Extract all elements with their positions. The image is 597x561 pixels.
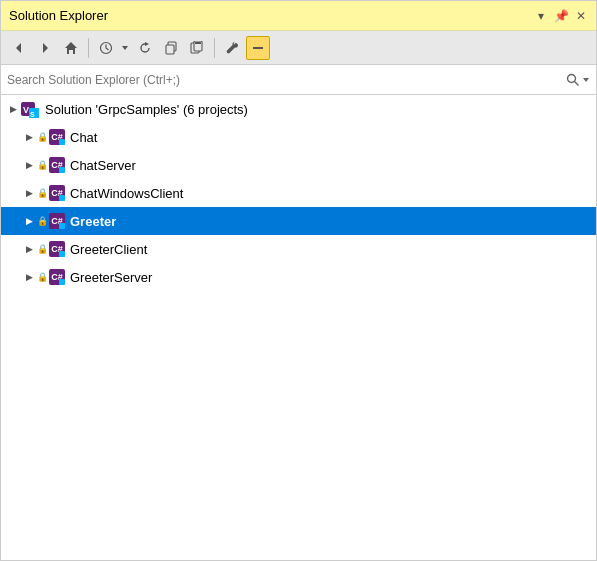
project-chatserver-label: ChatServer	[70, 158, 136, 173]
tree-area: ▶ V S Solution 'GrpcSamples' (6 projects…	[1, 95, 596, 560]
solution-explorer-window: Solution Explorer ▾ 📌 ✕	[0, 0, 597, 561]
csharp-icon: C#	[49, 241, 65, 257]
csharp-icon: C#	[49, 213, 65, 229]
lock-icon: 🔒	[37, 132, 48, 142]
properties-button[interactable]	[220, 36, 244, 60]
search-icon	[566, 73, 580, 87]
copy-button[interactable]	[159, 36, 183, 60]
title-bar-controls: ▾ 📌 ✕	[534, 9, 588, 23]
solution-label: Solution 'GrpcSamples' (6 projects)	[45, 102, 248, 117]
greeterserver-expander[interactable]: ▶	[21, 269, 37, 285]
collapse-icon	[251, 41, 265, 55]
greeterserver-project-icon: 🔒 C#	[37, 269, 65, 285]
tree-item-chatserver[interactable]: ▶ 🔒 C# ChatServer	[1, 151, 596, 179]
toolbar	[1, 31, 596, 65]
lock-icon: 🔒	[37, 188, 48, 198]
title-bar: Solution Explorer ▾ 📌 ✕	[1, 1, 596, 31]
project-chatwindowsclient-label: ChatWindowsClient	[70, 186, 183, 201]
pin-icon[interactable]: ▾	[534, 9, 548, 23]
solution-expander[interactable]: ▶	[5, 101, 21, 117]
tree-item-chat[interactable]: ▶ 🔒 C# Chat	[1, 123, 596, 151]
collapse-all-button[interactable]	[246, 36, 270, 60]
greeterclient-project-icon: 🔒 C#	[37, 241, 65, 257]
home-icon	[64, 41, 78, 55]
dropdown-arrow-icon	[121, 44, 129, 52]
svg-line-13	[575, 81, 579, 85]
svg-rect-7	[166, 45, 174, 54]
csharp-icon: C#	[49, 157, 65, 173]
chatserver-expander[interactable]: ▶	[21, 157, 37, 173]
tree-item-chatwindowsclient[interactable]: ▶ 🔒 C# ChatWindowsClient	[1, 179, 596, 207]
csharp-icon: C#	[49, 185, 65, 201]
copy-icon	[164, 41, 178, 55]
separator-1	[88, 38, 89, 58]
close-icon[interactable]: ✕	[574, 9, 588, 23]
project-greeterclient-label: GreeterClient	[70, 242, 147, 257]
search-button[interactable]	[566, 73, 590, 87]
forward-icon	[39, 42, 51, 54]
solution-icon: V S	[21, 99, 41, 119]
refresh-button[interactable]	[133, 36, 157, 60]
greeter-expander[interactable]: ▶	[21, 213, 37, 229]
tree-solution-root[interactable]: ▶ V S Solution 'GrpcSamples' (6 projects…	[1, 95, 596, 123]
search-input[interactable]	[7, 73, 566, 87]
paste-button[interactable]	[185, 36, 209, 60]
chatwindowsclient-expander[interactable]: ▶	[21, 185, 37, 201]
tree-item-greeterserver[interactable]: ▶ 🔒 C# GreeterServer	[1, 263, 596, 291]
svg-text:S: S	[30, 111, 35, 118]
svg-rect-11	[253, 47, 263, 49]
svg-marker-2	[65, 42, 77, 54]
lock-icon: 🔒	[37, 272, 48, 282]
svg-rect-10	[195, 42, 201, 44]
lock-icon: 🔒	[37, 244, 48, 254]
chat-expander[interactable]: ▶	[21, 129, 37, 145]
separator-2	[214, 38, 215, 58]
tree-item-greeter[interactable]: ▶ 🔒 C# Greeter	[1, 207, 596, 235]
search-bar	[1, 65, 596, 95]
search-dropdown-icon	[582, 76, 590, 84]
svg-point-12	[568, 74, 576, 82]
chatserver-project-icon: 🔒 C#	[37, 157, 65, 173]
dock-icon[interactable]: 📌	[554, 9, 568, 23]
svg-text:V: V	[23, 105, 29, 115]
chatwindowsclient-project-icon: 🔒 C#	[37, 185, 65, 201]
tree-item-greeterclient[interactable]: ▶ 🔒 C# GreeterClient	[1, 235, 596, 263]
greeterclient-expander[interactable]: ▶	[21, 241, 37, 257]
lock-icon: 🔒	[37, 216, 48, 226]
project-greeterserver-label: GreeterServer	[70, 270, 152, 285]
svg-marker-0	[16, 43, 21, 53]
history-dropdown-arrow[interactable]	[119, 36, 131, 60]
chat-project-icon: 🔒 C#	[37, 129, 65, 145]
svg-marker-4	[122, 46, 128, 50]
greeter-project-icon: 🔒 C#	[37, 213, 65, 229]
project-chat-label: Chat	[70, 130, 97, 145]
home-button[interactable]	[59, 36, 83, 60]
history-button[interactable]	[94, 36, 118, 60]
window-title: Solution Explorer	[9, 8, 108, 23]
forward-button[interactable]	[33, 36, 57, 60]
csharp-icon: C#	[49, 129, 65, 145]
project-greeter-label: Greeter	[70, 214, 116, 229]
svg-marker-14	[583, 78, 589, 82]
back-button[interactable]	[7, 36, 31, 60]
wrench-icon	[225, 41, 239, 55]
csharp-icon: C#	[49, 269, 65, 285]
history-dropdown[interactable]	[94, 36, 131, 60]
history-icon	[99, 41, 113, 55]
refresh-icon	[138, 41, 152, 55]
svg-marker-5	[145, 42, 149, 46]
paste-icon	[190, 41, 204, 55]
back-icon	[13, 42, 25, 54]
svg-marker-1	[43, 43, 48, 53]
lock-icon: 🔒	[37, 160, 48, 170]
